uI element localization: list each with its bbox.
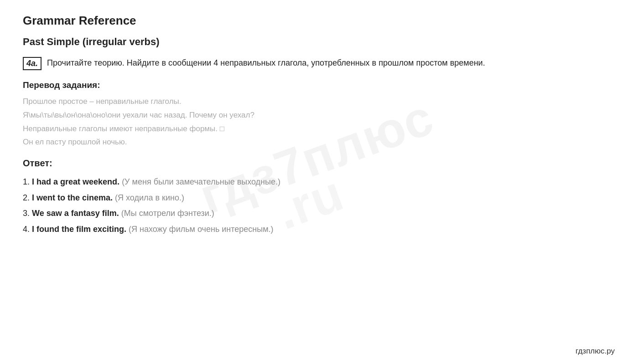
task-block: 4a. Прочитайте теорию. Найдите в сообщен… [23, 57, 610, 70]
answer-heading: Ответ: [23, 158, 610, 169]
answer-ru-3: (Мы смотрели фэнтези.) [121, 209, 214, 218]
answer-ru-4: (Я нахожу фильм очень интересным.) [129, 225, 274, 234]
answer-en-4: I found the film exciting. [32, 225, 126, 234]
site-badge: гдзплюс.ру [576, 347, 615, 356]
section-title: Past Simple (irregular verbs) [23, 36, 610, 48]
translation-line-2: Я\мы\ты\вы\он\она\оно\они уехали час наз… [23, 108, 610, 122]
main-title: Grammar Reference [23, 14, 610, 28]
answer-item-2: 2. I went to the cinema. (Я ходила в кин… [23, 191, 610, 205]
task-label: 4a. [23, 57, 42, 70]
answer-num-1: 1. [23, 177, 30, 186]
answer-ru-1: (У меня были замечательные выходные.) [122, 177, 280, 186]
answer-en-2: I went to the cinema. [32, 193, 113, 202]
translation-line-1: Прошлое простое – неправильные глаголы. [23, 95, 610, 108]
answer-en-1: I had a great weekend. [32, 177, 119, 186]
translation-line-4: Он ел пасту прошлой ночью. [23, 135, 610, 149]
answer-ru-2: (Я ходила в кино.) [115, 193, 184, 202]
answer-item-4: 4. I found the film exciting. (Я нахожу … [23, 222, 610, 236]
answer-list: 1. I had a great weekend. (У меня были з… [23, 175, 610, 236]
translation-heading: Перевод задания: [23, 80, 610, 90]
answer-en-3: We saw a fantasy film. [32, 209, 119, 218]
answer-num-3: 3. [23, 209, 30, 218]
answer-num-2: 2. [23, 193, 30, 202]
translation-line-3: Неправильные глаголы имеют неправильные … [23, 122, 610, 136]
task-text: Прочитайте теорию. Найдите в сообщении 4… [47, 57, 485, 69]
answer-item-3: 3. We saw a fantasy film. (Мы смотрели ф… [23, 206, 610, 220]
translation-lines: Прошлое простое – неправильные глаголы. … [23, 95, 610, 149]
answer-item-1: 1. I had a great weekend. (У меня были з… [23, 175, 610, 189]
answer-num-4: 4. [23, 225, 30, 234]
